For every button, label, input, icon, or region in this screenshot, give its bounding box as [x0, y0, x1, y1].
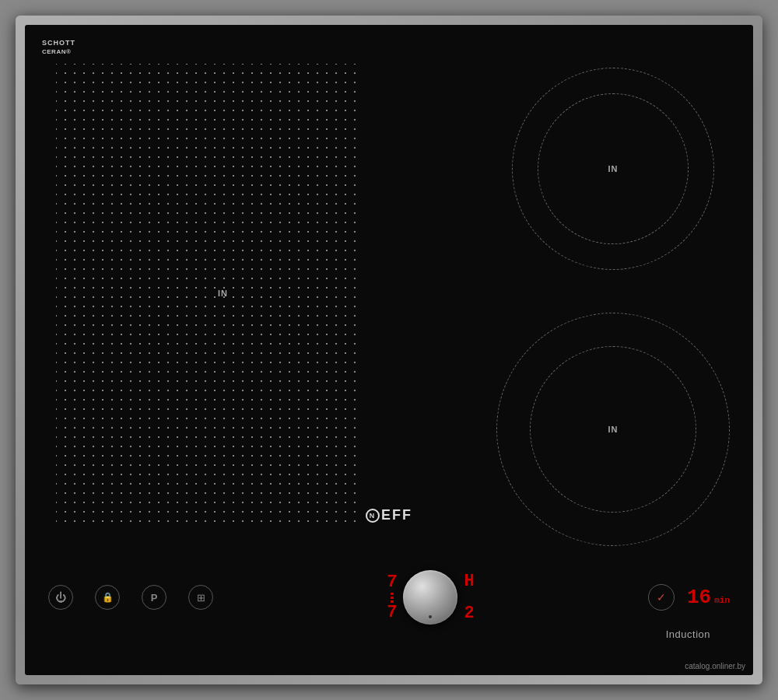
left-induction-zone: IN [56, 64, 359, 523]
induction-label: Induction [666, 628, 710, 640]
right-display-bottom: 2 [464, 604, 474, 623]
watermark: catalog.onliner.by [685, 662, 745, 670]
top-right-inner-ring: IN [538, 93, 689, 244]
bar-1 [391, 593, 394, 595]
right-display: H 2 [464, 572, 474, 623]
bottom-right-burner: IN [496, 313, 730, 546]
cooktop-outer: SCHOTT CERAN® IN IN IN [16, 16, 762, 684]
bottom-right-inner-ring: IN [530, 346, 697, 513]
left-display: 7 7 [387, 574, 397, 621]
control-icons: ⏻ 🔒 P ⊞ [48, 585, 213, 610]
lock-button[interactable]: 🔒 [95, 585, 120, 610]
neff-circle-icon: N [366, 509, 380, 523]
cooktop-surface: SCHOTT CERAN® IN IN IN [25, 25, 753, 675]
timer-unit: min [714, 596, 730, 605]
bottom-right-burner-label: IN [608, 425, 618, 434]
left-zone-label: IN [218, 289, 228, 298]
left-display-bottom: 7 [387, 604, 397, 621]
neff-logo: N EFF [366, 507, 412, 523]
timer-button[interactable]: ⊞ [188, 585, 213, 610]
check-button[interactable]: ✓ [648, 584, 675, 611]
right-display-top: H [464, 572, 474, 591]
schott-ceran-logo: SCHOTT CERAN® [42, 39, 75, 56]
top-right-burner-label: IN [608, 164, 619, 173]
top-right-outer-ring: IN [512, 68, 714, 270]
boost-button[interactable]: P [142, 585, 166, 610]
top-right-burner: IN [512, 68, 714, 270]
control-panel: ⏻ 🔒 P ⊞ 7 [25, 543, 753, 652]
neff-text: EFF [381, 507, 412, 523]
boost-icon: P [151, 592, 158, 604]
bars-indicator [391, 593, 394, 603]
display-area: 7 7 H 2 [387, 570, 474, 625]
right-controls: ✓ 16 min [648, 584, 730, 611]
center-controls: 7 7 H 2 [387, 570, 474, 625]
check-icon: ✓ [657, 591, 666, 604]
bar-2 [391, 597, 394, 599]
power-icon: ⏻ [55, 591, 66, 604]
control-knob[interactable] [403, 570, 457, 625]
schott-text: SCHOTT [42, 39, 75, 48]
timer-icon: ⊞ [197, 592, 205, 604]
timer-value: 16 [687, 586, 711, 609]
bottom-right-outer-ring: IN [496, 313, 730, 546]
power-button[interactable]: ⏻ [48, 585, 73, 610]
lock-icon: 🔒 [102, 592, 114, 603]
left-display-top: 7 [387, 574, 397, 591]
ceran-text: CERAN® [42, 48, 75, 56]
timer-display: 16 min [687, 586, 730, 609]
